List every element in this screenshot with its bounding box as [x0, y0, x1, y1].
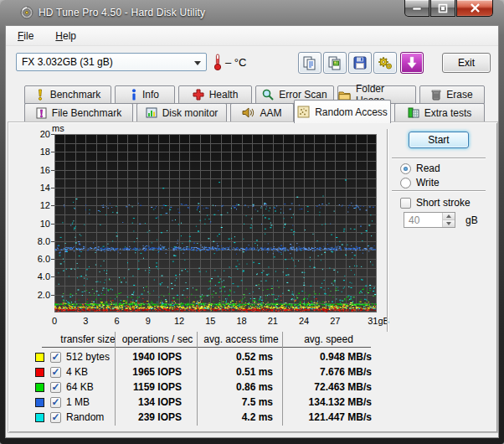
spinner-up-button[interactable]: [443, 213, 455, 219]
minimize-button[interactable]: [404, 0, 429, 17]
access-time-value: 0.51 ms: [200, 366, 273, 378]
x-axis-tick-label: 18: [227, 316, 257, 326]
options-button[interactable]: [373, 52, 397, 74]
tab-random-access[interactable]: Random Access: [294, 100, 391, 123]
client-area: File Help FX 3.032GB (31 gB) – °C: [5, 25, 499, 438]
separator-line: [392, 190, 486, 192]
spinner-up-icon: [446, 214, 451, 218]
random-access-panel: ms 2018161412108.06.04.02.0 036912151821…: [8, 121, 498, 433]
copy-text-button[interactable]: [298, 52, 321, 74]
copy-image-button[interactable]: [323, 52, 347, 74]
read-radio[interactable]: Read: [400, 163, 440, 174]
write-radio[interactable]: Write: [400, 177, 440, 188]
close-button[interactable]: [456, 0, 493, 17]
x-axis-tick-label: 15: [195, 316, 225, 326]
spinner-down-icon: [446, 222, 451, 225]
separator-line: [392, 157, 486, 159]
start-button[interactable]: Start: [409, 132, 469, 148]
tab-health[interactable]: Health: [178, 85, 252, 104]
legend-color-swatch: [35, 368, 44, 377]
file-benchmark-icon: [36, 107, 47, 119]
legend-color-swatch: [35, 413, 44, 422]
download-button[interactable]: [400, 52, 424, 74]
tab-info-label: Info: [142, 89, 159, 101]
tab-extra-tests-label: Extra tests: [424, 107, 472, 119]
access-time-value: 4.2 ms: [200, 411, 273, 423]
series-checkbox[interactable]: ✓: [50, 412, 61, 423]
y-axis-tick-label: 8.0: [20, 236, 50, 246]
panel-separator: [387, 129, 388, 332]
y-axis-tick-label: 12: [20, 200, 50, 210]
x-axis-tick-label: 3: [70, 316, 100, 326]
copy-text-icon: [302, 55, 317, 70]
exit-button-label: Exit: [458, 57, 475, 69]
series-checkbox[interactable]: ✓: [50, 352, 61, 363]
maximize-button[interactable]: [430, 0, 455, 17]
transfer-size-label: 1 MB: [66, 396, 90, 408]
temperature-label: – °C: [225, 56, 246, 69]
column-header-avg-speed: avg. speed: [287, 333, 370, 345]
access-time-value: 7.5 ms: [200, 396, 273, 408]
series-checkbox[interactable]: ✓: [50, 397, 61, 408]
iops-value: 1940 IOPS: [118, 351, 182, 363]
benchmark-icon: [35, 89, 45, 101]
y-axis-tick-label: 2.0: [20, 290, 50, 300]
maximize-icon: [438, 3, 448, 13]
write-radio-label: Write: [416, 177, 440, 188]
gear-icon: [378, 55, 393, 71]
short-stroke-label: Short stroke: [416, 197, 471, 209]
close-icon: [470, 3, 481, 13]
transfer-size-label: 4 KB: [66, 366, 88, 378]
tab-disk-monitor[interactable]: Disk monitor: [136, 103, 227, 122]
short-stroke-checkbox[interactable]: Short stroke: [400, 197, 471, 209]
spinner-down-button[interactable]: [443, 219, 455, 227]
legend-color-swatch: [35, 398, 44, 407]
exit-button[interactable]: Exit: [442, 53, 491, 73]
tab-file-benchmark[interactable]: File Benchmark: [24, 103, 133, 122]
table-row: ✓ Random 239 IOPS 4.2 ms 121.447 MB/s: [8, 411, 387, 426]
drive-selector[interactable]: FX 3.032GB (31 gB): [16, 53, 207, 71]
y-axis-tick-label: 6.0: [20, 254, 50, 264]
tab-aam-label: AAM: [260, 107, 281, 119]
window-title: HD Tune Pro 4.50 - Hard Disk Utility: [39, 7, 205, 18]
extra-tests-icon: [408, 107, 419, 118]
menu-item-file[interactable]: File: [18, 30, 33, 42]
table-header-rule: [42, 347, 371, 348]
iops-value: 1965 IOPS: [118, 366, 182, 378]
title-bar[interactable]: HD Tune Pro 4.50 - Hard Disk Utility: [0, 0, 504, 25]
save-icon: [352, 55, 368, 70]
series-checkbox[interactable]: ✓: [50, 367, 61, 378]
series-checkbox[interactable]: ✓: [50, 382, 61, 393]
y-axis-tick-label: 20: [20, 129, 50, 139]
tab-erase-label: Erase: [446, 89, 472, 101]
tab-extra-tests[interactable]: Extra tests: [394, 103, 485, 122]
thermometer-icon: [213, 53, 223, 71]
health-cross-icon: [193, 89, 204, 101]
caption-buttons: [404, 0, 493, 17]
y-axis-unit-label: ms: [52, 123, 64, 133]
tab-error-scan-label: Error Scan: [279, 89, 327, 101]
table-row: ✓ 4 KB 1965 IOPS 0.51 ms 7.676 MB/s: [8, 366, 387, 380]
minimize-icon: [412, 3, 422, 13]
table-row: ✓ 64 KB 1159 IOPS 0.86 ms 72.463 MB/s: [8, 381, 387, 395]
menu-item-help[interactable]: Help: [55, 30, 76, 42]
tab-health-label: Health: [209, 89, 239, 101]
spinner-buttons: [442, 213, 455, 227]
tab-random-access-label: Random Access: [315, 106, 388, 118]
tab-file-benchmark-label: File Benchmark: [52, 107, 121, 119]
x-axis-tick-label: 21: [258, 316, 288, 326]
access-time-value: 0.86 ms: [200, 381, 273, 393]
chevron-down-icon: [194, 61, 201, 65]
avg-speed-value: 134.132 MB/s: [285, 396, 372, 408]
save-button[interactable]: [348, 52, 372, 74]
short-stroke-size-input[interactable]: 40: [404, 212, 455, 228]
y-axis-tick-label: 14: [20, 183, 50, 193]
transfer-size-label: 64 KB: [66, 381, 94, 393]
app-window: HD Tune Pro 4.50 - Hard Disk Utility Fil…: [0, 0, 504, 444]
tab-benchmark[interactable]: Benchmark: [24, 85, 111, 104]
tab-erase[interactable]: Erase: [419, 85, 485, 104]
magnifier-icon: [262, 89, 274, 101]
trash-icon: [431, 89, 441, 101]
tab-aam[interactable]: AAM: [230, 103, 294, 122]
tab-info[interactable]: Info: [115, 85, 175, 104]
